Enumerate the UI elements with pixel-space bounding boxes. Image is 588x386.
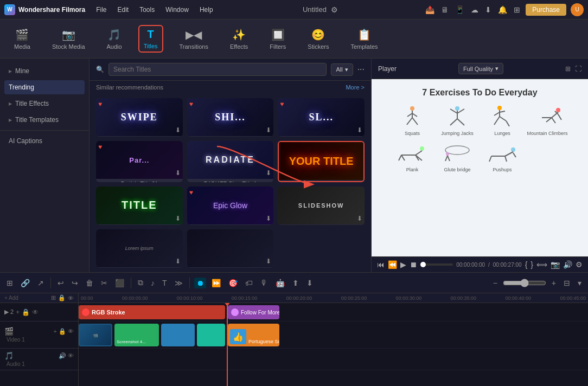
toolbar-media[interactable]: 🎬 Media [9, 25, 36, 53]
record-btn[interactable]: ⏺ [194, 278, 206, 288]
more-btn[interactable]: ≫ [172, 278, 185, 288]
title-card-glow-beam-3[interactable]: ♥ SL... ⬇ Glow Beam Text... [278, 98, 365, 137]
track-2-lock[interactable]: 🔒 [22, 308, 30, 316]
extract-btn[interactable]: ⟺ [536, 260, 547, 269]
filter-dropdown[interactable]: All ▾ [331, 63, 353, 76]
share-icon[interactable]: 📤 [424, 4, 436, 15]
toolbar-transitions[interactable]: ▶◀ Transitions [174, 25, 214, 53]
title-card-glow-beam-2[interactable]: ♥ SHI... ⬇ Glow Beam Text... [187, 98, 274, 137]
player-tab[interactable]: Player [378, 65, 397, 73]
download-icon-3[interactable]: ⬇ [357, 126, 362, 134]
volume-icon[interactable]: 🔊 [563, 260, 572, 269]
text-btn[interactable]: T [160, 278, 169, 288]
cut-btn[interactable]: ✂ [99, 278, 110, 288]
lock-tracks-btn[interactable]: 🔒 [58, 294, 66, 301]
video-1-eye[interactable]: 👁 [68, 328, 74, 335]
download-icon-11[interactable]: ⬇ [266, 258, 271, 265]
toolbar-filters[interactable]: 🔲 Filters [264, 25, 291, 53]
fullscreen-icon[interactable]: ⛶ [575, 65, 581, 73]
toolbar-stickers[interactable]: 😊 Stickers [302, 25, 334, 53]
edit-title-icon[interactable]: ⚙ [330, 4, 339, 15]
clip-follow-for-more[interactable]: Follow For More [228, 305, 279, 319]
toolbar-stock-media[interactable]: 📷 Stock Media [47, 25, 91, 53]
apps-icon[interactable]: ⊞ [513, 4, 521, 15]
export-btn[interactable]: ⬆ [290, 278, 301, 288]
grid-view-icon[interactable]: ⊞ [565, 65, 571, 73]
progress-thumb[interactable] [420, 262, 426, 267]
play-btn[interactable]: ▶ [400, 260, 406, 269]
toolbar-effects[interactable]: ✨ Effects [225, 25, 253, 53]
menu-tools[interactable]: Tools [135, 4, 159, 16]
select-btn[interactable]: ↗ [35, 278, 46, 288]
menu-window[interactable]: Window [161, 4, 193, 16]
more-link[interactable]: More > [346, 84, 365, 91]
rewind-btn[interactable]: ⏮ [377, 260, 385, 269]
audio-1-eye[interactable]: 👁 [68, 352, 74, 359]
purchase-button[interactable]: Purchase [526, 4, 566, 16]
link-btn[interactable]: 🔗 [18, 278, 32, 288]
title-card-dark-2[interactable]: ⬇ [187, 229, 274, 268]
title-card-slideshow[interactable]: SLIDESHOW ⬇ Slide Show... [278, 186, 365, 225]
layout-btn[interactable]: ⊟ [561, 278, 572, 288]
stop-btn[interactable]: ⏹ [410, 260, 417, 269]
split-btn[interactable]: ⧉ [136, 277, 145, 288]
track-add-btn[interactable]: + Add [4, 295, 18, 301]
marker-btn[interactable]: 🏷 [243, 278, 255, 288]
toolbar-titles[interactable]: T Titles [138, 25, 163, 53]
clip-vid-1[interactable]: 📹 [79, 324, 112, 346]
voiceover-btn[interactable]: 🎙 [258, 278, 270, 288]
settings-btn[interactable]: ⚙ [576, 260, 583, 269]
title-card-radiate[interactable]: RADIATE ⬇ RADIATE Glow Title 1 [187, 141, 274, 182]
title-card-big-title[interactable]: TITLE ⬇ Big Title Pack Tit... [96, 186, 183, 225]
download-icon-5[interactable]: ⬇ [266, 169, 271, 177]
download-icon-9[interactable]: ⬇ [357, 215, 362, 222]
title-card-particle[interactable]: ♥ Par... ⬇ Particle Title 01 [96, 141, 183, 182]
sidebar-item-mine[interactable]: ▶ Mine [0, 63, 89, 79]
speed-btn[interactable]: ⏩ [209, 278, 223, 288]
sidebar-item-title-effects[interactable]: ▶ Title Effects [0, 95, 89, 112]
more-layout-btn[interactable]: ▾ [576, 278, 584, 288]
download-icon[interactable]: ⬇ [484, 4, 493, 15]
mark-in-btn[interactable]: { [525, 260, 528, 269]
sidebar-item-trending[interactable]: Trending [4, 80, 85, 94]
clip-vid-4[interactable] [197, 324, 225, 346]
download-icon-8[interactable]: ⬇ [266, 215, 271, 222]
clip-vid-2[interactable]: Screenshot 4... [114, 324, 159, 346]
zoom-in-btn[interactable]: + [549, 278, 558, 288]
zoom-out-btn[interactable]: − [491, 278, 500, 288]
title-card-epic-glow[interactable]: ♥ Epic Glow ⬇ Epic Glow [187, 186, 274, 225]
menu-edit[interactable]: Edit [113, 4, 133, 16]
player-progress-bar[interactable] [420, 263, 453, 266]
notification-icon[interactable]: 🔔 [497, 4, 508, 15]
menu-file[interactable]: File [92, 4, 111, 16]
title-card-fire[interactable]: YOUR TITLE Fire Particle Pac... [278, 141, 365, 182]
toolbar-audio[interactable]: 🎵 Audio [101, 25, 127, 53]
zoom-slider[interactable] [503, 279, 546, 287]
crop-btn[interactable]: ⬛ [113, 278, 126, 288]
import-btn[interactable]: ⬇ [304, 278, 315, 288]
download-icon-2[interactable]: ⬇ [266, 126, 271, 134]
quality-dropdown[interactable]: Full Quality ▾ [458, 63, 503, 74]
screen-icon[interactable]: 🖥 [440, 4, 450, 15]
clip-vid-3[interactable] [161, 324, 195, 346]
toolbar-templates[interactable]: 📋 Templates [345, 25, 383, 53]
more-options-btn[interactable]: ··· [357, 65, 365, 74]
track-2-eye[interactable]: 👁 [32, 308, 39, 316]
ai-btn[interactable]: 🤖 [273, 278, 287, 288]
title-card-dark-1[interactable]: Lorem ipsum ⬇ [96, 229, 183, 268]
download-icon-7[interactable]: ⬇ [175, 215, 181, 222]
search-input[interactable] [108, 63, 327, 76]
clip-rgb-stroke[interactable]: RGB Stroke [79, 305, 225, 319]
video-1-lock[interactable]: 🔒 [59, 328, 66, 335]
step-back-btn[interactable]: ⏪ [388, 260, 397, 269]
sidebar-item-title-templates[interactable]: ▶ Title Templates [0, 112, 89, 128]
download-icon-4[interactable]: ⬇ [175, 169, 181, 177]
phone-icon[interactable]: 📱 [454, 4, 465, 15]
music-btn[interactable]: ♪ [149, 278, 157, 288]
segments-btn[interactable]: ⊞ [4, 278, 15, 288]
snapshot-btn[interactable]: 📷 [551, 260, 560, 269]
menu-help[interactable]: Help [195, 4, 218, 16]
sidebar-item-ai-captions[interactable]: AI Captions [0, 133, 89, 149]
download-icon-10[interactable]: ⬇ [175, 258, 181, 265]
undo-btn[interactable]: ↩ [55, 278, 66, 288]
